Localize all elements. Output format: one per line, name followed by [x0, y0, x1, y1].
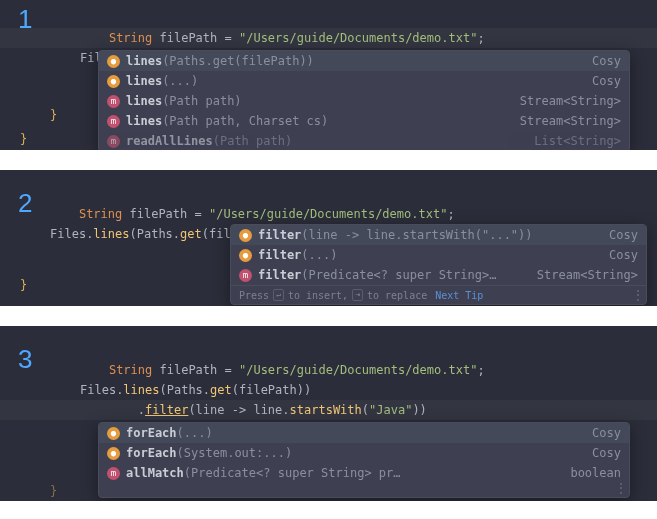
completion-item[interactable]: ● lines(Paths.get(filePath)) Cosy: [99, 51, 629, 71]
completion-item[interactable]: [99, 483, 629, 497]
bulb-icon: ●: [107, 55, 120, 68]
completion-item[interactable]: ● forEach(System.out:...) Cosy: [99, 443, 629, 463]
editor-panel-3: 3 String filePath = "/Users/guide/Docume…: [0, 326, 657, 501]
completion-item[interactable]: m filter(Predicate<? super String>… Stre…: [231, 265, 646, 285]
step-number: 1: [18, 4, 32, 35]
completion-item[interactable]: m allMatch(Predicate<? super String> pr……: [99, 463, 629, 483]
completion-item[interactable]: m readAllLines(Path path) List<String>: [99, 131, 629, 150]
closing-brace: }: [50, 108, 57, 122]
resize-handle-icon[interactable]: ⋮: [632, 288, 642, 302]
method-icon: m: [107, 95, 120, 108]
completion-item[interactable]: ● forEach(...) Cosy: [99, 423, 629, 443]
step-number: 2: [18, 188, 32, 219]
enter-key-icon: ↵: [273, 289, 284, 301]
closing-brace: }: [50, 484, 57, 498]
completion-popup[interactable]: ● filter(line -> line.startsWith("..."))…: [230, 224, 647, 305]
completion-popup[interactable]: ● lines(Paths.get(filePath)) Cosy ● line…: [98, 50, 630, 150]
completion-popup[interactable]: ● forEach(...) Cosy ● forEach(System.out…: [98, 422, 630, 498]
completion-item[interactable]: ● filter(line -> line.startsWith("..."))…: [231, 225, 646, 245]
bulb-icon: ●: [239, 249, 252, 262]
method-icon: m: [107, 467, 120, 480]
bulb-icon: ●: [107, 447, 120, 460]
resize-handle-icon[interactable]: ⋮: [615, 481, 625, 495]
tab-key-icon: ⇥: [352, 289, 363, 301]
method-icon: m: [239, 269, 252, 282]
completion-item[interactable]: ● lines(...) Cosy: [99, 71, 629, 91]
completion-item[interactable]: m lines(Path path, Charset cs) Stream<St…: [99, 111, 629, 131]
closing-brace: }: [20, 278, 27, 292]
editor-panel-2: 2 String filePath = "/Users/guide/Docume…: [0, 170, 657, 306]
bulb-icon: ●: [239, 229, 252, 242]
editor-panel-1: 1 String filePath = "/Users/guide/Docume…: [0, 0, 657, 150]
completion-item[interactable]: ● filter(...) Cosy: [231, 245, 646, 265]
completion-item[interactable]: m lines(Path path) Stream<String>: [99, 91, 629, 111]
bulb-icon: ●: [107, 427, 120, 440]
next-tip-link[interactable]: Next Tip: [435, 290, 483, 301]
bulb-icon: ●: [107, 75, 120, 88]
completion-hint-bar: Press ↵ to insert, ⇥ to replace Next Tip: [231, 285, 646, 304]
closing-brace: }: [20, 132, 27, 146]
step-number: 3: [18, 344, 32, 375]
method-icon: m: [107, 115, 120, 128]
method-icon: m: [107, 135, 120, 148]
